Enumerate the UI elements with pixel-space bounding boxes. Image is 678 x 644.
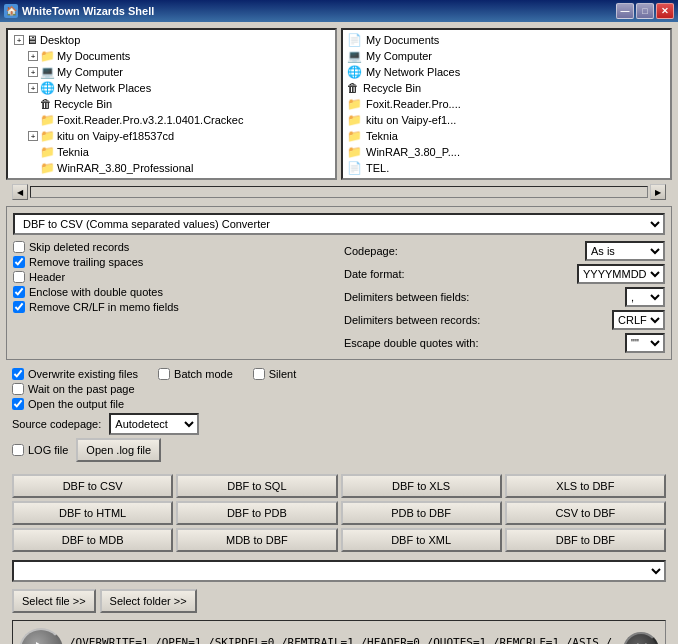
overwrite-label: Overwrite existing files [28,368,138,380]
skip-deleted-label: Skip deleted records [29,241,129,253]
title-bar: 🏠 WhiteTown Wizards Shell — □ ✕ [0,0,678,22]
list-item-foxit[interactable]: 📁 Foxit.Reader.Pro.... [345,96,668,112]
silent-checkbox[interactable] [253,368,265,380]
xls-to-dbf-button[interactable]: XLS to DBF [505,474,666,498]
converter-select[interactable]: DBF to CSV (Comma separated values) Conv… [13,213,665,235]
delimiters-fields-select[interactable]: , [625,287,665,307]
dbf-to-xml-button[interactable]: DBF to XML [341,528,502,552]
middle-options: Overwrite existing files Batch mode Sile… [6,364,672,466]
bottom-dropdown[interactable] [12,560,666,582]
escape-quotes-select[interactable]: "" [625,333,665,353]
tree-expand-network[interactable]: + [28,83,38,93]
conv-buttons: DBF to CSV DBF to SQL DBF to XLS XLS to … [6,470,672,556]
list-item-mycomputer[interactable]: 💻 My Computer [345,48,668,64]
scroll-right-button[interactable]: ▶ [650,184,666,200]
tree-expand-kitu[interactable]: + [28,131,38,141]
scrollbar-track[interactable] [30,186,648,198]
csv-to-dbf-button[interactable]: CSV to DBF [505,501,666,525]
date-format-select[interactable]: YYYYMMDD [577,264,665,284]
list-item-tel[interactable]: 📄 TEL. [345,160,668,176]
maximize-button[interactable]: □ [636,3,654,19]
folder-icon: 🖥 [26,33,38,47]
recycle-icon: 🗑 [40,97,52,111]
select-folder-button[interactable]: Select folder >> [100,589,197,613]
list-item-recycle[interactable]: 🗑 Recycle Bin [345,80,668,96]
file-list-panel[interactable]: 📄 My Documents 💻 My Computer 🌐 My Networ… [341,28,672,180]
play-button[interactable] [19,628,63,644]
tree-item-network[interactable]: + 🌐 My Network Places [10,80,333,96]
tree-item-recycle[interactable]: 🗑 Recycle Bin [10,96,333,112]
enclose-quotes-checkbox[interactable] [13,286,25,298]
open-log-button[interactable]: Open .log file [76,438,161,462]
select-file-button[interactable]: Select file >> [12,589,96,613]
header-checkbox[interactable] [13,271,25,283]
silent-label: Silent [269,368,297,380]
folder-icon: 📁 [40,49,55,63]
list-item-mydocs[interactable]: 📄 My Documents [345,32,668,48]
stop-button[interactable]: ✕ [623,632,659,644]
list-item-kitu[interactable]: 📁 kitu on Vaipy-ef1... [345,112,668,128]
list-item-network[interactable]: 🌐 My Network Places [345,64,668,80]
tree-item-winrar[interactable]: 📁 WinRAR_3.80_Professional [10,160,333,176]
batch-checkbox[interactable] [158,368,170,380]
tree-label-kitu: kitu on Vaipy-ef18537cd [57,130,174,142]
folder-icon: 📁 [40,113,55,127]
tree-item-teknia[interactable]: 📁 Teknia [10,144,333,160]
top-panels: + 🖥 Desktop + 📁 My Documents + 💻 My Comp… [6,28,672,180]
remove-crlf-label: Remove CR/LF in memo fields [29,301,179,313]
dbf-to-csv-button[interactable]: DBF to CSV [12,474,173,498]
delimiters-records-select[interactable]: CRLF [612,310,665,330]
list-item-winrar[interactable]: 📁 WinRAR_3.80_P.... [345,144,668,160]
tree-expand-mycomputer[interactable]: + [28,67,38,77]
list-label: Foxit.Reader.Pro.... [366,98,461,110]
open-output-label: Open the output file [28,398,124,410]
folder-icon: 📁 [40,161,55,175]
open-output-row: Open the output file [12,398,124,410]
main-window: + 🖥 Desktop + 📁 My Documents + 💻 My Comp… [0,22,678,644]
log-file-row: LOG file [12,444,68,456]
dbf-to-mdb-button[interactable]: DBF to MDB [12,528,173,552]
tree-label-mydocs: My Documents [57,50,130,62]
dbf-to-sql-button[interactable]: DBF to SQL [176,474,337,498]
dbf-to-dbf-button[interactable]: DBF to DBF [505,528,666,552]
delimiters-fields-label: Delimiters between fields: [344,291,469,303]
title-bar-left: 🏠 WhiteTown Wizards Shell [4,4,154,18]
tree-item-mycomputer[interactable]: + 💻 My Computer [10,64,333,80]
list-item-teknia[interactable]: 📁 Teknia [345,128,668,144]
header-label: Header [29,271,65,283]
file-tree-panel[interactable]: + 🖥 Desktop + 📁 My Documents + 💻 My Comp… [6,28,337,180]
enclose-quotes-label: Enclose with double quotes [29,286,163,298]
tree-expand-mydocs[interactable]: + [28,51,38,61]
open-output-checkbox[interactable] [12,398,24,410]
minimize-button[interactable]: — [616,3,634,19]
list-label: Recycle Bin [363,82,421,94]
remove-trailing-checkbox[interactable] [13,256,25,268]
dbf-to-html-button[interactable]: DBF to HTML [12,501,173,525]
tree-expand-desktop[interactable]: + [14,35,24,45]
mdb-to-dbf-button[interactable]: MDB to DBF [176,528,337,552]
network-icon: 🌐 [347,65,362,79]
tree-item-mydocs[interactable]: + 📁 My Documents [10,48,333,64]
tree-item-desktop[interactable]: + 🖥 Desktop [10,32,333,48]
wait-checkbox[interactable] [12,383,24,395]
overwrite-checkbox[interactable] [12,368,24,380]
source-codepage-label: Source codepage: [12,418,101,430]
skip-deleted-checkbox[interactable] [13,241,25,253]
codepage-select[interactable]: As is [585,241,665,261]
dbf-to-xls-button[interactable]: DBF to XLS [341,474,502,498]
recycle-icon: 🗑 [347,81,359,95]
scroll-left-button[interactable]: ◀ [12,184,28,200]
log-file-checkbox[interactable] [12,444,24,456]
computer-icon: 💻 [40,65,55,79]
pdb-to-dbf-button[interactable]: PDB to DBF [341,501,502,525]
remove-trailing-row: Remove trailing spaces [13,256,334,268]
tree-item-foxit[interactable]: 📁 Foxit.Reader.Pro.v3.2.1.0401.Crackec [10,112,333,128]
wait-row: Wait on the past page [12,383,135,395]
options-section: DBF to CSV (Comma separated values) Conv… [6,206,672,360]
remove-crlf-checkbox[interactable] [13,301,25,313]
source-codepage-select[interactable]: Autodetect [109,413,199,435]
close-button[interactable]: ✕ [656,3,674,19]
escape-quotes-label: Escape double quotes with: [344,337,479,349]
dbf-to-pdb-button[interactable]: DBF to PDB [176,501,337,525]
tree-item-kitu[interactable]: + 📁 kitu on Vaipy-ef18537cd [10,128,333,144]
